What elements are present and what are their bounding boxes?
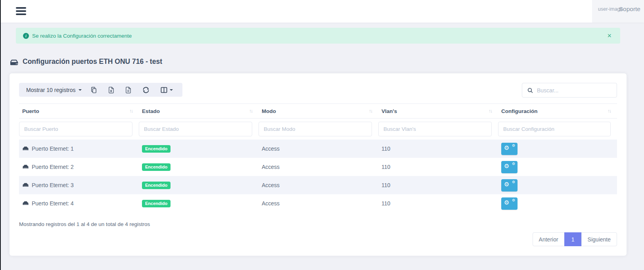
cogs-icon: ⚙ xyxy=(504,181,509,187)
table-row: Puerto Eternet: 2 Encendido Access 110 ⚙… xyxy=(19,158,617,176)
cell-estado: Encendido xyxy=(139,163,259,171)
table-row: Puerto Eternet: 3 Encendido Access 110 ⚙… xyxy=(19,176,617,194)
cell-vlan: 110 xyxy=(378,182,498,188)
filter-input-configuracion[interactable] xyxy=(498,122,611,136)
filter-input-puerto[interactable] xyxy=(19,122,132,136)
cogs-icon: ⚙ xyxy=(512,144,515,147)
table-toolbar: Mostrar 10 registros xyxy=(19,83,617,98)
cell-estado: Encendido xyxy=(139,200,259,207)
cogs-icon: ⚙ xyxy=(504,199,509,205)
cell-estado: Encendido xyxy=(139,182,259,189)
refresh-button[interactable] xyxy=(137,83,155,97)
cell-puerto: Puerto Eternet: 2 xyxy=(19,164,139,170)
export-excel-button[interactable] xyxy=(103,83,120,97)
pagination-previous-button[interactable]: Anterior xyxy=(533,232,565,246)
menu-icon[interactable] xyxy=(16,6,26,16)
pagination-page-1-button[interactable]: 1 xyxy=(564,232,582,246)
cell-modo: Access xyxy=(259,182,378,188)
cell-puerto: Puerto Eternet: 1 xyxy=(19,146,139,152)
copy-button[interactable] xyxy=(85,83,103,97)
ethernet-icon xyxy=(22,146,29,151)
filter-input-estado[interactable] xyxy=(139,122,252,136)
page-title: Configuración puertos ETH ONU 716 - test xyxy=(10,57,162,66)
pagination-next-button[interactable]: Siguiente xyxy=(581,232,617,246)
cell-puerto: Puerto Eternet: 4 xyxy=(19,200,139,207)
global-search xyxy=(522,83,617,98)
data-table: Puerto↑↓ Estado↑↓ Modo↑↓ Vlan's↑↓ Config… xyxy=(19,103,617,213)
filter-input-modo[interactable] xyxy=(259,122,372,136)
cell-configuracion: ⚙⚙ xyxy=(498,197,617,210)
main-content: i Se realizo la Configuración correctame… xyxy=(0,23,644,270)
cell-configuracion: ⚙⚙ xyxy=(498,161,617,173)
chevron-down-icon xyxy=(79,89,82,91)
cogs-icon: ⚙ xyxy=(512,180,515,184)
alert-message: Se realizo la Configuración correctament… xyxy=(32,33,132,39)
status-badge: Encendido xyxy=(142,163,171,171)
table-columns-icon xyxy=(161,87,167,93)
status-badge: Encendido xyxy=(142,182,171,189)
cell-configuracion: ⚙⚙ xyxy=(498,179,617,191)
table-card: Mostrar 10 registros xyxy=(10,73,627,256)
cogs-icon: ⚙ xyxy=(504,145,509,151)
column-header-estado[interactable]: Estado↑↓ xyxy=(139,108,259,114)
page-length-label: Mostrar 10 registros xyxy=(26,87,75,93)
cell-vlan: 110 xyxy=(378,146,498,152)
cell-modo: Access xyxy=(259,164,378,170)
viewport-left-edge xyxy=(0,0,1,270)
cell-vlan: 110 xyxy=(378,164,498,170)
toolbar-button-group: Mostrar 10 registros xyxy=(19,83,182,97)
configure-port-button[interactable]: ⚙⚙ xyxy=(501,197,518,210)
copy-icon xyxy=(90,86,97,94)
topbar: user-image Soporte xyxy=(0,0,644,23)
column-header-vlans[interactable]: Vlan's↑↓ xyxy=(378,108,498,114)
info-icon: i xyxy=(23,33,29,39)
success-alert: i Se realizo la Configuración correctame… xyxy=(16,28,620,44)
user-menu[interactable]: user-image Soporte xyxy=(592,0,644,23)
cell-estado: Encendido xyxy=(139,145,259,153)
chevron-down-icon xyxy=(170,89,173,91)
sort-icon[interactable]: ↑↓ xyxy=(608,108,611,114)
close-icon[interactable]: × xyxy=(606,32,613,39)
search-icon xyxy=(527,87,533,94)
search-input[interactable] xyxy=(537,87,612,94)
cogs-icon: ⚙ xyxy=(512,162,515,166)
file-excel-icon xyxy=(108,86,114,94)
cell-modo: Access xyxy=(259,200,378,207)
filter-input-vlans[interactable] xyxy=(378,122,492,136)
column-visibility-button[interactable] xyxy=(155,83,178,97)
table-row: Puerto Eternet: 4 Encendido Access 110 ⚙… xyxy=(19,194,617,213)
column-header-configuracion[interactable]: Configuración↑↓ xyxy=(498,108,617,114)
pagination: Anterior 1 Siguiente xyxy=(19,232,617,246)
ethernet-icon xyxy=(22,201,29,206)
table-row: Puerto Eternet: 1 Encendido Access 110 ⚙… xyxy=(19,140,617,158)
sort-icon[interactable]: ↑↓ xyxy=(249,108,252,114)
table-filter-row xyxy=(19,119,617,140)
status-badge: Encendido xyxy=(142,200,171,207)
cell-vlan: 110 xyxy=(378,200,498,207)
column-header-puerto[interactable]: Puerto↑↓ xyxy=(19,108,139,114)
records-info: Mostrando registros del 1 al 4 de un tot… xyxy=(19,221,617,227)
ethernet-icon xyxy=(22,182,29,188)
cell-puerto: Puerto Eternet: 3 xyxy=(19,182,139,188)
page-title-text: Configuración puertos ETH ONU 716 - test xyxy=(23,57,162,66)
ethernet-icon xyxy=(22,164,29,170)
configure-port-button[interactable]: ⚙⚙ xyxy=(501,179,518,191)
configure-port-button[interactable]: ⚙⚙ xyxy=(501,161,518,173)
sort-icon[interactable]: ↑↓ xyxy=(369,108,372,114)
hdd-icon xyxy=(10,58,19,65)
sort-icon[interactable]: ↑↓ xyxy=(489,108,492,114)
table-footer: Mostrando registros del 1 al 4 de un tot… xyxy=(19,221,617,246)
file-lines-icon xyxy=(125,86,131,94)
export-file-button[interactable] xyxy=(120,83,137,97)
cell-modo: Access xyxy=(259,146,378,152)
configure-port-button[interactable]: ⚙⚙ xyxy=(501,143,518,155)
refresh-icon xyxy=(142,86,150,94)
column-header-modo[interactable]: Modo↑↓ xyxy=(259,108,378,114)
page-length-dropdown[interactable]: Mostrar 10 registros xyxy=(23,83,85,97)
sort-icon[interactable]: ↑↓ xyxy=(129,108,132,114)
user-name[interactable]: Soporte xyxy=(619,6,640,13)
cell-configuracion: ⚙⚙ xyxy=(498,143,617,155)
status-badge: Encendido xyxy=(142,145,171,153)
cogs-icon: ⚙ xyxy=(512,199,515,202)
table-header-row: Puerto↑↓ Estado↑↓ Modo↑↓ Vlan's↑↓ Config… xyxy=(19,103,617,119)
